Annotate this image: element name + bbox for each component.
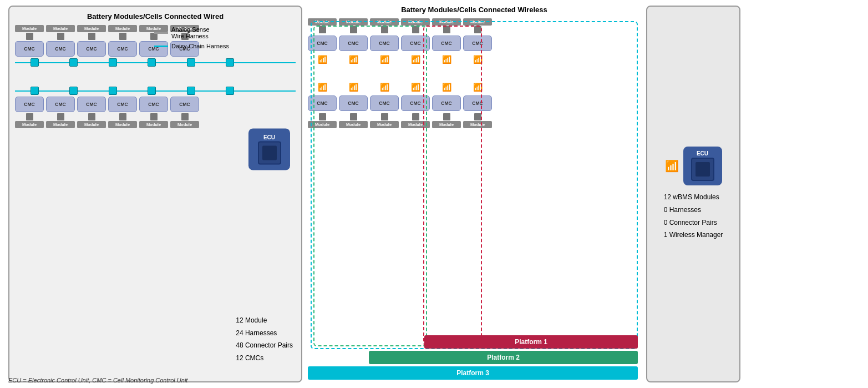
cmc-b-2: CMC [77,97,106,112]
daisy2-line-start [15,90,31,92]
analog-line-icon [154,32,168,34]
wired-ecu-chip [258,141,281,164]
daisy2-sq-3 [148,87,156,95]
legend-analog-label: Analog Sense Wire Harness [171,26,210,39]
wireless-title: Battery Modules/Cells Connected Wireless [308,6,641,14]
conn-bot-4 [150,113,158,120]
dashed-border-red [423,26,482,346]
cmc-b-5: CMC [170,97,199,112]
module-label-2: Module [77,25,106,32]
conn-bot-1 [57,113,64,120]
cmc-b-1: CMC [46,97,75,112]
ecu-stat-2: 0 Harnesses [664,204,723,216]
wired-bot-col-1: Module [46,113,75,128]
wired-bottom-modules: Module Module Module Module Module [15,113,296,128]
wired-col-3: Module [108,25,137,40]
wired-cmc-row2: CMC CMC CMC CMC CMC CMC [15,97,296,112]
wired-bot-col-4: Module [139,113,168,128]
ecu-wifi-icon: 📶 [665,159,679,173]
daisy2-sq-4 [187,87,195,95]
daisy2-h-4 [195,90,226,92]
wired-stat-1: 12 Module [236,314,293,327]
wired-col-1: Module [46,25,75,40]
daisy2-h-3 [156,90,186,92]
platform-bars: Platform 1 Platform 2 Platform 3 [424,335,638,380]
daisy-h-2 [117,62,148,63]
ecu-with-wifi: 📶 ECU [665,147,722,185]
wired-col-2: Module [77,25,106,40]
footer-note: ECU = Electronic Control Unit, CMC = Cel… [8,377,187,384]
cmc-b-0: CMC [15,97,44,112]
cmc-2: CMC [77,41,106,57]
conn-bot-0 [26,113,33,120]
module-bot-label-0: Module [15,121,44,128]
conn-0-top [26,33,33,40]
daisy-row-2 [15,87,296,95]
wired-stat-3: 48 Connector Pairs [236,339,293,352]
wired-bot-col-0: Module [15,113,44,128]
daisy-h-4 [195,62,226,63]
platform3-bar: Platform 3 [308,366,638,380]
daisy-sq-1 [69,58,78,67]
daisy2-sq-5 [226,87,234,95]
daisy2-h-1 [78,90,108,92]
ecu-panel: 📶 ECU 12 wBMS Modules 0 Harnesses 0 Conn… [646,6,740,382]
wired-col-0: Module [15,25,44,40]
daisy-sq-2 [109,58,117,67]
daisy-h-0 [39,62,69,63]
ecu-stats: 12 wBMS Modules 0 Harnesses 0 Connector … [664,191,723,241]
daisy2-sq-0 [31,87,39,95]
wired-title: Battery Modules/Cells Connected Wired [15,12,296,21]
daisy-sq-4 [187,58,195,67]
wired-ecu-label: ECU [263,134,275,140]
module-label-1: Module [46,25,75,32]
module-bot-label-2: Module [77,121,106,128]
ecu-stat-1: 12 wBMS Modules [664,191,723,204]
daisy-h-3 [156,62,186,63]
legend-item-analog: Analog Sense Wire Harness [154,26,229,39]
conn-2-top [88,33,95,40]
module-bot-label-4: Module [139,121,168,128]
wired-bot-col-2: Module [77,113,106,128]
wired-ecu-box: ECU [248,128,290,170]
module-bot-label-5: Module [170,121,199,128]
daisy-sq-0 [31,58,39,67]
daisy2-h-2 [117,90,148,92]
wired-stats: 12 Module 24 Harnesses 48 Connector Pair… [236,314,293,365]
wired-ecu-component: ECU [248,128,290,170]
ecu-right-label: ECU [697,150,708,157]
cmc-b-4: CMC [139,97,168,112]
legend: Analog Sense Wire Harness Daisy-Chain Ha… [154,26,229,52]
ecu-right-chip-inner [696,162,710,177]
module-bot-label-1: Module [46,121,75,128]
daisy-sq-3 [148,58,156,67]
wireless-panel: Battery Modules/Cells Connected Wireless… [308,6,641,382]
daisy-h-1 [78,62,108,63]
wired-bot-col-5: Module [170,113,199,128]
module-bot-label-3: Module [108,121,137,128]
wired-stat-4: 12 CMCs [236,352,293,365]
ecu-stat-3: 0 Connector Pairs [664,216,723,229]
main-container: Battery Modules/Cells Connected Wired An… [0,0,868,388]
daisy-line-icon [154,46,168,47]
wired-stat-2: 24 Harnesses [236,327,293,340]
conn-bot-5 [181,113,189,120]
cmc-0: CMC [15,41,44,57]
daisy2-h-0 [39,90,69,92]
cmc-b-3: CMC [108,97,137,112]
conn-bot-3 [119,113,126,120]
conn-3-top [119,33,126,40]
dashed-border-green [313,26,427,346]
wired-ecu-chip-inner [262,145,277,160]
platform2-bar: Platform 2 [369,351,638,364]
wired-spacer [15,68,296,85]
daisy2-sq-1 [69,87,78,95]
daisy2-sq-2 [109,87,117,95]
daisy2-to-ecu [234,90,296,92]
daisy-row-1 [15,58,296,67]
daisy-line-start [15,62,31,63]
ecu-right-box: ECU [683,147,722,185]
conn-1-top [57,33,64,40]
legend-item-daisy: Daisy-Chain Harness [154,43,229,49]
cmc-3: CMC [108,41,137,57]
